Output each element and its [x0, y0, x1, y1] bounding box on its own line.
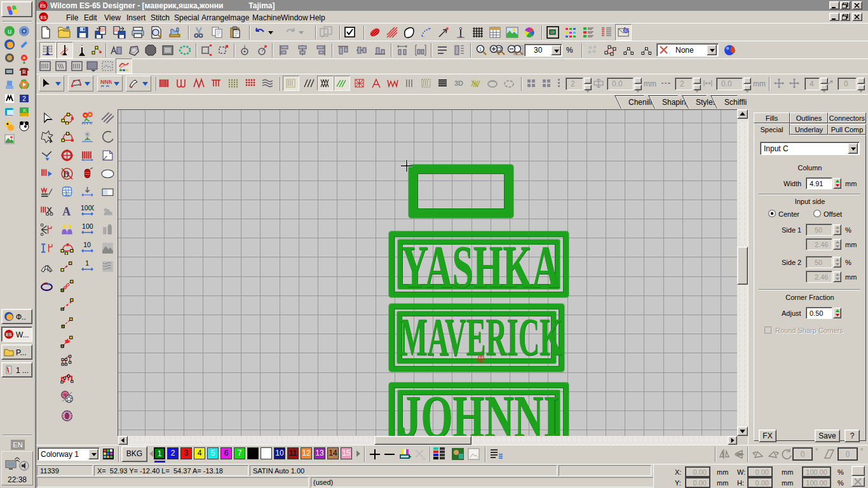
svg-text:1: 1	[85, 260, 89, 267]
svg-text:10: 10	[83, 241, 91, 248]
svg-text:100: 100	[82, 223, 93, 230]
svg-text:u: u	[8, 27, 11, 35]
svg-text:3D: 3D	[454, 79, 463, 87]
svg-text:R: R	[22, 69, 26, 75]
svg-text:ES: ES	[41, 15, 47, 20]
svg-text:A: A	[62, 205, 71, 218]
svg-text:ES: ES	[40, 4, 46, 8]
svg-text:ES: ES	[6, 332, 12, 337]
svg-text:1: 1	[479, 47, 482, 51]
svg-text:1000: 1000	[81, 205, 94, 212]
svg-text:K: K	[23, 107, 27, 114]
svg-text:2: 2	[22, 95, 26, 102]
